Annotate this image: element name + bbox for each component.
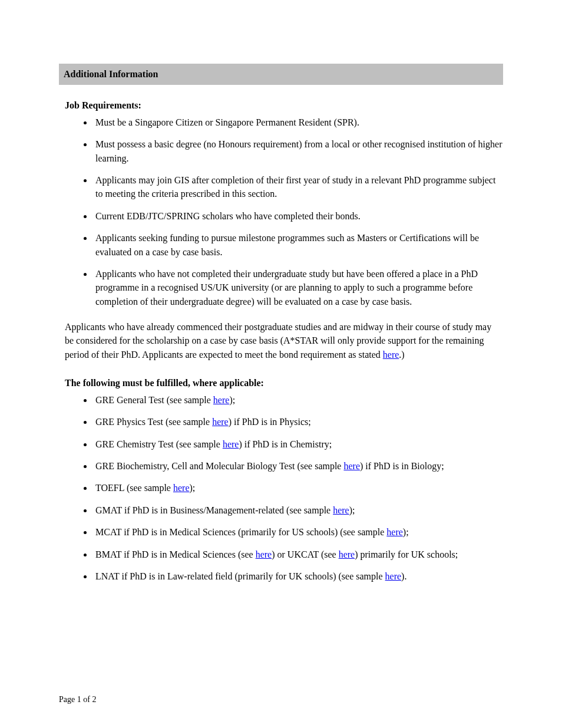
list-item: LNAT if PhD is in Law-related field (pri…: [93, 569, 503, 583]
list-item: GMAT if PhD is in Business/Management-re…: [93, 503, 503, 517]
item-text: ) primarily for UK schools;: [355, 549, 458, 559]
sample-link[interactable]: here: [256, 549, 272, 559]
paragraph-text: .): [399, 350, 404, 360]
paragraph-text: Applicants who have already commenced th…: [65, 322, 491, 360]
sample-link[interactable]: here: [173, 483, 190, 493]
tests-list: GRE General Test (see sample here); GRE …: [93, 393, 503, 583]
item-text: MCAT if PhD is in Medical Sciences (prim…: [95, 527, 386, 537]
sample-link[interactable]: here: [339, 549, 355, 559]
sample-link[interactable]: here: [333, 505, 349, 515]
item-text: );: [403, 527, 409, 537]
sample-link[interactable]: here: [385, 571, 402, 581]
section-banner: Additional Information: [59, 64, 503, 85]
list-item: Applicants may join GIS after completion…: [93, 173, 503, 201]
item-text: ) if PhD is in Chemistry;: [239, 439, 332, 449]
list-item: BMAT if PhD is in Medical Sciences (see …: [93, 548, 503, 561]
sample-link[interactable]: here: [213, 395, 230, 405]
list-item: Applicants who have not completed their …: [93, 267, 503, 308]
sample-link[interactable]: here: [386, 527, 403, 537]
list-item: TOEFL (see sample here);: [93, 481, 503, 495]
list-item: GRE General Test (see sample here);: [93, 393, 503, 407]
item-text: GRE General Test (see sample: [95, 395, 213, 405]
item-text: ) or UKCAT (see: [272, 549, 338, 559]
list-item: Applicants seeking funding to pursue mil…: [93, 231, 503, 259]
item-text: GRE Chemistry Test (see sample: [95, 439, 223, 449]
tests-heading: The following must be fulfilled, where a…: [59, 378, 503, 388]
item-text: );: [349, 505, 355, 515]
list-item: GRE Chemistry Test (see sample here) if …: [93, 437, 503, 451]
job-requirements-heading: Job Requirements:: [59, 100, 503, 111]
job-requirements-list: Must be a Singapore Citizen or Singapore…: [93, 116, 503, 308]
item-text: );: [229, 395, 235, 405]
sample-link[interactable]: here: [212, 417, 229, 427]
item-text: ) if PhD is in Biology;: [360, 461, 444, 471]
item-text: GRE Biochemistry, Cell and Molecular Bio…: [95, 461, 343, 471]
item-text: GMAT if PhD is in Business/Management-re…: [95, 505, 333, 515]
list-item: Current EDB/JTC/SPRING scholars who have…: [93, 209, 503, 223]
list-item: Must be a Singapore Citizen or Singapore…: [93, 116, 503, 129]
sample-link[interactable]: here: [223, 439, 239, 449]
item-text: );: [190, 483, 196, 493]
list-item: Must possess a basic degree (no Honours …: [93, 137, 503, 165]
list-item: GRE Biochemistry, Cell and Molecular Bio…: [93, 459, 503, 473]
list-item: GRE Physics Test (see sample here) if Ph…: [93, 415, 503, 429]
item-text: LNAT if PhD is in Law-related field (pri…: [95, 571, 385, 581]
item-text: BMAT if PhD is in Medical Sciences (see: [95, 549, 256, 559]
bond-requirement-link[interactable]: here: [383, 350, 399, 360]
item-text: GRE Physics Test (see sample: [95, 417, 212, 427]
item-text: ) if PhD is in Physics;: [229, 417, 311, 427]
item-text: TOEFL (see sample: [95, 483, 173, 493]
list-item: MCAT if PhD is in Medical Sciences (prim…: [93, 525, 503, 539]
midway-paragraph: Applicants who have already commenced th…: [59, 320, 503, 361]
page-footer: Page 1 of 2: [59, 695, 96, 704]
item-text: ).: [401, 571, 406, 581]
sample-link[interactable]: here: [343, 461, 360, 471]
